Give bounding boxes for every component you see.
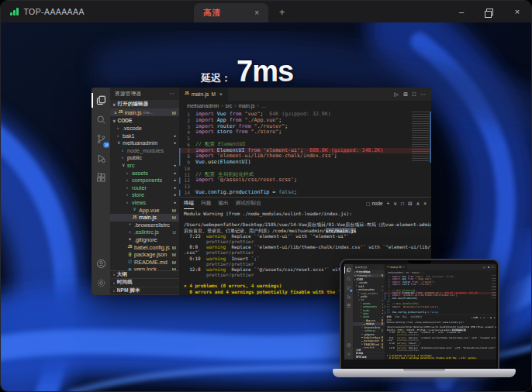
editor-tab-label: main.js [390, 266, 398, 269]
new-terminal-icon[interactable]: + [386, 201, 389, 206]
tree-item-main.js[interactable]: JSmain.jsM [110, 214, 179, 222]
sidebar-more-icon[interactable]: ⋯ [169, 91, 174, 97]
breadcrumb-item-…[interactable]: … [261, 103, 267, 108]
tree-item-.browserslistrc[interactable]: ≡.browserslistrc [110, 222, 179, 229]
open-editor-item-mainjs[interactable]: × JS main.js me... M [110, 108, 179, 116]
code-line-14: 14Vue.config.productionTip = false; [385, 311, 496, 315]
tree-item-node_modules[interactable]: ›node_modules [110, 147, 179, 155]
chevron-icon: › [122, 154, 126, 162]
shell-selector[interactable]: ▢ node [366, 201, 383, 206]
account-icon[interactable] [92, 254, 110, 273]
chevron-right-icon: › [113, 288, 115, 293]
breadcrumb-item-src[interactable]: src [226, 103, 233, 108]
breadcrumb-item-…: … [423, 271, 425, 273]
js-file-icon: JS [132, 216, 137, 220]
minimize-button[interactable]: – [447, 1, 475, 22]
terminal-dropdown-icon: ∨ [483, 316, 485, 319]
panel-tab-终端[interactable]: 终端 [184, 198, 194, 209]
close-button[interactable]: × [503, 1, 531, 22]
tree-item-public[interactable]: ›public [110, 154, 179, 162]
run-debug-icon[interactable] [92, 149, 110, 168]
chevron-icon: › [361, 315, 362, 318]
app-tab-label: TOP-AAAAAAA [24, 7, 85, 16]
open-editors-header[interactable]: ∨ 打开的编辑器 [110, 100, 179, 108]
panel-tab-输出[interactable]: 输出 [218, 198, 228, 208]
minimap[interactable] [412, 112, 429, 163]
chevron-right-icon: › [113, 272, 115, 277]
tree-item-views[interactable]: ›views● [110, 199, 179, 207]
editor-actions: ▷ ⊞ □ ⋯ [395, 88, 432, 101]
extensions-icon[interactable] [92, 168, 110, 187]
tree-item-src[interactable]: ∨src● [110, 162, 179, 170]
new-tab-button[interactable]: + [268, 1, 296, 22]
tree-item-.vscode[interactable]: ›.vscode [110, 125, 179, 132]
close-icon[interactable]: × [114, 110, 117, 115]
tree-item-bak1[interactable]: ›bak1● [110, 132, 179, 140]
tree-item-package.json[interactable]: {}package.jsonM [110, 251, 179, 259]
run-menu-icon[interactable]: ⊞ [403, 91, 408, 98]
chevron-icon: ∨ [117, 139, 121, 147]
split-terminal-icon[interactable]: □ [401, 201, 404, 206]
panel-tab-bar: 终端问题输出调试控制台 ▢ node + ∨ □ ⊟ ∧ × [385, 315, 496, 320]
panel-tab-问题[interactable]: 问题 [201, 198, 211, 208]
breadcrumb-item-main.js[interactable]: main.js [239, 103, 255, 108]
latency-label: 延迟： [201, 71, 231, 85]
maximize-panel-icon[interactable]: ∧ [416, 201, 420, 207]
tree-item-babel.config.js[interactable]: JSbabel.config.jsM [110, 244, 179, 252]
new-terminal-icon: + [480, 316, 482, 318]
tree-item-meituanadmin[interactable]: ∨meituanadmin● [110, 139, 179, 147]
editor-tab-mainjs[interactable]: JS main.js M × [179, 88, 229, 101]
run-file-icon[interactable]: ▷ [395, 91, 399, 98]
tree-item-components[interactable]: ›components● [110, 177, 179, 184]
session-tab-hd[interactable]: 高清 × [194, 3, 268, 22]
chevron-down-icon: ∨ [112, 119, 116, 123]
breadcrumb-item-meituanadmin[interactable]: meituanadmin [187, 103, 219, 108]
sidebar-section-时间线[interactable]: ›时间线 [110, 279, 179, 287]
panel-tab-调试控制台[interactable]: 调试控制台 [236, 198, 261, 208]
editor-tab-close-icon[interactable]: × [219, 91, 223, 97]
sidebar-section-大纲[interactable]: ›大纲 [110, 271, 179, 280]
app-tab[interactable]: TOP-AAAAAAA [1, 1, 194, 22]
breadcrumb[interactable]: meituanadmin›src›main.js›… [179, 101, 431, 111]
tree-item-.gitignore[interactable]: ◆.gitignore [110, 236, 179, 244]
tree-item-store[interactable]: ›store● [110, 191, 179, 199]
tree-item-.eslintrc.js[interactable]: ◇.eslintrc.jsU [110, 229, 179, 236]
terminal-line [184, 216, 431, 222]
terminal-line: .css"` prettier/prettier [184, 249, 431, 255]
tree-item-App.vue[interactable]: VApp.vueM [110, 207, 179, 215]
code-area[interactable]: 1import Vue from "vue"; 64K (gzipped: 32… [179, 111, 431, 197]
search-icon[interactable] [92, 110, 110, 129]
source-control-icon[interactable]: 16 [92, 129, 110, 149]
maximize-panel-icon: ∧ [493, 316, 495, 319]
settings-gear-icon[interactable] [92, 273, 110, 293]
breadcrumb-item-main.js: main.js [412, 271, 420, 273]
tree-item-label: babel.config.js [134, 244, 170, 252]
sidebar-title: 资源管理器 [355, 266, 368, 269]
more-actions-icon[interactable]: ⋯ [420, 91, 426, 98]
maximize-button[interactable] [475, 1, 503, 22]
minimap [492, 275, 496, 298]
run-file-icon: ▷ [484, 266, 485, 269]
breadcrumb-separator: › [420, 271, 421, 273]
chevron-icon: › [126, 199, 130, 207]
tree-item-assets[interactable]: ›assets● [110, 170, 179, 177]
tree-item-README.md[interactable]: ⓘREADME.mdM [110, 259, 179, 266]
js-file-icon: JS [119, 111, 123, 115]
close-panel-icon[interactable]: × [423, 201, 427, 206]
kill-terminal-icon[interactable]: ⊟ [408, 201, 412, 207]
tree-item-router[interactable]: ›router● [110, 184, 179, 192]
code-line-12: 12import '@/assets/css/reset.scss'; [179, 177, 431, 184]
code-text: Vue.use(ElementUI) [195, 160, 251, 166]
chevron-down-icon: ∨ [354, 278, 355, 280]
json-file-icon: {} [127, 253, 133, 257]
open-editor-path-hint: me... [368, 274, 373, 277]
line-number: 7 [179, 148, 190, 154]
terminal-dropdown-icon[interactable]: ∨ [393, 201, 397, 207]
workspace-header[interactable]: ∨ CODE [110, 116, 179, 125]
tab-close-icon[interactable]: × [254, 9, 259, 17]
explorer-icon[interactable] [92, 91, 110, 110]
split-editor-icon[interactable]: □ [413, 91, 416, 97]
tree-item-label: components [132, 177, 162, 184]
section-label: NPM 脚本 [117, 287, 140, 294]
sidebar-section-NPM 脚本[interactable]: ›NPM 脚本 [110, 287, 179, 296]
